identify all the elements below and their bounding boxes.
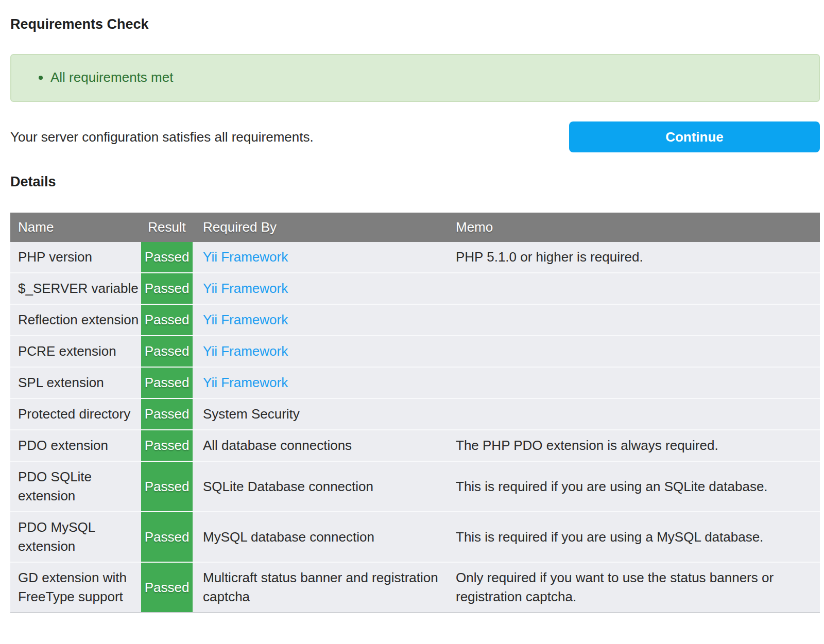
memo-cell: PHP 5.1.0 or higher is required. [450, 242, 820, 273]
memo-cell [450, 304, 820, 336]
page-title: Requirements Check [10, 16, 820, 32]
memo-cell [450, 367, 820, 398]
required-by-cell: Yii Framework [193, 304, 450, 336]
details-heading: Details [10, 174, 820, 189]
required-by-cell: Multicraft status banner and registratio… [193, 562, 450, 613]
result-passed-cell: Passed [141, 430, 193, 461]
table-row: SPL extension Passed Yii Framework [10, 367, 820, 398]
column-header-required-by: Required By [193, 213, 450, 242]
required-by-link[interactable]: Yii Framework [203, 312, 288, 327]
required-by-cell: System Security [193, 398, 450, 430]
required-by-cell: SQLite Database connection [193, 461, 450, 512]
requirement-name: GD extension with FreeType support [10, 562, 141, 613]
required-by-link[interactable]: Yii Framework [203, 281, 288, 296]
required-by-cell: Yii Framework [193, 273, 450, 304]
required-by-cell: Yii Framework [193, 242, 450, 273]
table-row: $_SERVER variable Passed Yii Framework [10, 273, 820, 304]
requirement-name: SPL extension [10, 367, 141, 398]
result-passed-cell: Passed [141, 398, 193, 430]
result-passed-cell: Passed [141, 512, 193, 562]
result-passed-cell: Passed [141, 242, 193, 273]
table-row: Reflection extension Passed Yii Framewor… [10, 304, 820, 336]
table-row: PDO SQLite extension Passed SQLite Datab… [10, 461, 820, 512]
table-header: Name Result Required By Memo [10, 213, 820, 242]
memo-cell: This is required if you are using a MySQ… [450, 512, 820, 562]
column-header-name: Name [10, 213, 141, 242]
memo-cell: The PHP PDO extension is always required… [450, 430, 820, 461]
required-by-cell: Yii Framework [193, 336, 450, 367]
requirement-name: PDO extension [10, 430, 141, 461]
alert-item: All requirements met [50, 70, 809, 85]
column-header-memo: Memo [450, 213, 820, 242]
success-alert: All requirements met [10, 54, 820, 102]
result-passed-cell: Passed [141, 367, 193, 398]
result-passed-cell: Passed [141, 304, 193, 336]
table-row: PCRE extension Passed Yii Framework [10, 336, 820, 367]
requirement-name: PHP version [10, 242, 141, 273]
result-passed-cell: Passed [141, 336, 193, 367]
required-by-cell: Yii Framework [193, 367, 450, 398]
memo-cell: This is required if you are using an SQL… [450, 461, 820, 512]
table-row: Protected directory Passed System Securi… [10, 398, 820, 430]
requirement-name: Protected directory [10, 398, 141, 430]
table-row: PDO MySQL extension Passed MySQL databas… [10, 512, 820, 562]
column-header-result: Result [141, 213, 193, 242]
table-row: GD extension with FreeType support Passe… [10, 562, 820, 613]
continue-button[interactable]: Continue [569, 121, 820, 152]
requirement-name: $_SERVER variable [10, 273, 141, 304]
memo-cell [450, 336, 820, 367]
table-row: PDO extension Passed All database connec… [10, 430, 820, 461]
requirement-name: PDO SQLite extension [10, 461, 141, 512]
required-by-link[interactable]: Yii Framework [203, 375, 288, 390]
requirement-name: Reflection extension [10, 304, 141, 336]
table-row: PHP version Passed Yii Framework PHP 5.1… [10, 242, 820, 273]
memo-cell [450, 398, 820, 430]
result-passed-cell: Passed [141, 273, 193, 304]
required-by-link[interactable]: Yii Framework [203, 343, 288, 359]
requirement-name: PDO MySQL extension [10, 512, 141, 562]
requirements-table-body: PHP version Passed Yii Framework PHP 5.1… [10, 242, 820, 613]
summary-text: Your server configuration satisfies all … [10, 129, 569, 145]
summary-action-row: Your server configuration satisfies all … [10, 121, 820, 152]
requirements-table: Name Result Required By Memo PHP version… [10, 213, 820, 613]
alert-list: All requirements met [22, 70, 809, 85]
required-by-cell: MySQL database connection [193, 512, 450, 562]
result-passed-cell: Passed [141, 562, 193, 613]
memo-cell: Only required if you want to use the sta… [450, 562, 820, 613]
result-passed-cell: Passed [141, 461, 193, 512]
memo-cell [450, 273, 820, 304]
requirement-name: PCRE extension [10, 336, 141, 367]
required-by-cell: All database connections [193, 430, 450, 461]
requirements-check-page: Requirements Check All requirements met … [0, 16, 824, 622]
required-by-link[interactable]: Yii Framework [203, 249, 288, 265]
